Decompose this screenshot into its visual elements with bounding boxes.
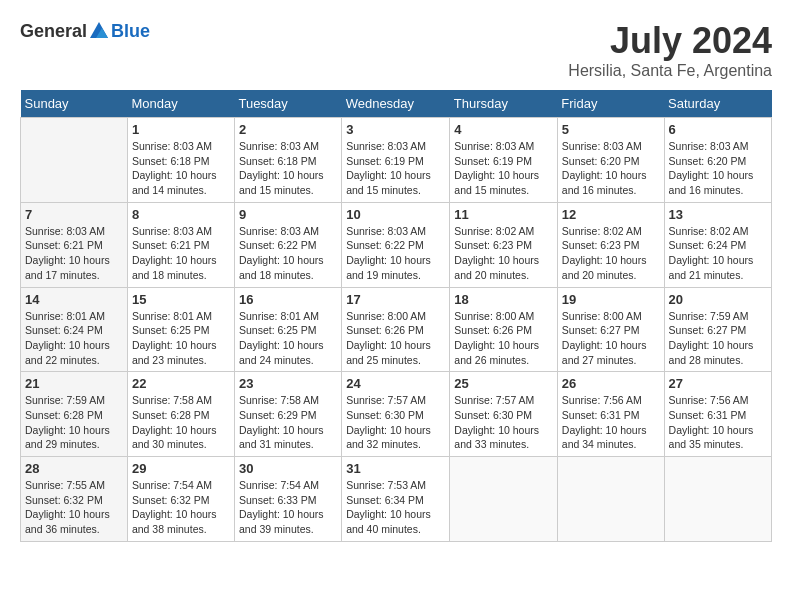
table-row: 25Sunrise: 7:57 AM Sunset: 6:30 PM Dayli…	[450, 372, 557, 457]
table-row: 19Sunrise: 8:00 AM Sunset: 6:27 PM Dayli…	[557, 287, 664, 372]
day-info: Sunrise: 7:53 AM Sunset: 6:34 PM Dayligh…	[346, 478, 445, 537]
table-row: 28Sunrise: 7:55 AM Sunset: 6:32 PM Dayli…	[21, 457, 128, 542]
day-info: Sunrise: 8:02 AM Sunset: 6:24 PM Dayligh…	[669, 224, 767, 283]
table-row: 6Sunrise: 8:03 AM Sunset: 6:20 PM Daylig…	[664, 118, 771, 203]
day-info: Sunrise: 8:03 AM Sunset: 6:21 PM Dayligh…	[25, 224, 123, 283]
day-number: 15	[132, 292, 230, 307]
day-number: 1	[132, 122, 230, 137]
table-row: 16Sunrise: 8:01 AM Sunset: 6:25 PM Dayli…	[234, 287, 341, 372]
table-row: 9Sunrise: 8:03 AM Sunset: 6:22 PM Daylig…	[234, 202, 341, 287]
day-info: Sunrise: 8:00 AM Sunset: 6:27 PM Dayligh…	[562, 309, 660, 368]
table-row: 18Sunrise: 8:00 AM Sunset: 6:26 PM Dayli…	[450, 287, 557, 372]
calendar-week-row: 28Sunrise: 7:55 AM Sunset: 6:32 PM Dayli…	[21, 457, 772, 542]
calendar-table: Sunday Monday Tuesday Wednesday Thursday…	[20, 90, 772, 542]
page-header: General Blue July 2024 Hersilia, Santa F…	[20, 20, 772, 80]
table-row: 24Sunrise: 7:57 AM Sunset: 6:30 PM Dayli…	[342, 372, 450, 457]
day-info: Sunrise: 7:59 AM Sunset: 6:27 PM Dayligh…	[669, 309, 767, 368]
day-info: Sunrise: 8:01 AM Sunset: 6:25 PM Dayligh…	[239, 309, 337, 368]
day-info: Sunrise: 8:02 AM Sunset: 6:23 PM Dayligh…	[562, 224, 660, 283]
day-number: 12	[562, 207, 660, 222]
day-number: 13	[669, 207, 767, 222]
day-number: 30	[239, 461, 337, 476]
day-info: Sunrise: 7:58 AM Sunset: 6:29 PM Dayligh…	[239, 393, 337, 452]
day-number: 5	[562, 122, 660, 137]
day-number: 3	[346, 122, 445, 137]
day-info: Sunrise: 7:57 AM Sunset: 6:30 PM Dayligh…	[454, 393, 552, 452]
day-info: Sunrise: 7:55 AM Sunset: 6:32 PM Dayligh…	[25, 478, 123, 537]
table-row: 17Sunrise: 8:00 AM Sunset: 6:26 PM Dayli…	[342, 287, 450, 372]
table-row: 12Sunrise: 8:02 AM Sunset: 6:23 PM Dayli…	[557, 202, 664, 287]
calendar-week-row: 21Sunrise: 7:59 AM Sunset: 6:28 PM Dayli…	[21, 372, 772, 457]
table-row: 15Sunrise: 8:01 AM Sunset: 6:25 PM Dayli…	[127, 287, 234, 372]
day-info: Sunrise: 8:03 AM Sunset: 6:18 PM Dayligh…	[132, 139, 230, 198]
day-number: 14	[25, 292, 123, 307]
day-info: Sunrise: 8:02 AM Sunset: 6:23 PM Dayligh…	[454, 224, 552, 283]
day-number: 27	[669, 376, 767, 391]
day-number: 11	[454, 207, 552, 222]
table-row: 4Sunrise: 8:03 AM Sunset: 6:19 PM Daylig…	[450, 118, 557, 203]
day-number: 10	[346, 207, 445, 222]
day-number: 2	[239, 122, 337, 137]
col-monday: Monday	[127, 90, 234, 118]
day-info: Sunrise: 8:03 AM Sunset: 6:22 PM Dayligh…	[239, 224, 337, 283]
day-number: 29	[132, 461, 230, 476]
month-title: July 2024	[568, 20, 772, 62]
day-info: Sunrise: 8:00 AM Sunset: 6:26 PM Dayligh…	[346, 309, 445, 368]
calendar-week-row: 1Sunrise: 8:03 AM Sunset: 6:18 PM Daylig…	[21, 118, 772, 203]
day-info: Sunrise: 7:56 AM Sunset: 6:31 PM Dayligh…	[669, 393, 767, 452]
day-number: 4	[454, 122, 552, 137]
day-info: Sunrise: 8:03 AM Sunset: 6:18 PM Dayligh…	[239, 139, 337, 198]
day-info: Sunrise: 8:03 AM Sunset: 6:19 PM Dayligh…	[346, 139, 445, 198]
day-info: Sunrise: 7:59 AM Sunset: 6:28 PM Dayligh…	[25, 393, 123, 452]
day-info: Sunrise: 8:00 AM Sunset: 6:26 PM Dayligh…	[454, 309, 552, 368]
day-number: 16	[239, 292, 337, 307]
logo-text-blue: Blue	[111, 21, 150, 41]
day-number: 26	[562, 376, 660, 391]
day-info: Sunrise: 8:03 AM Sunset: 6:20 PM Dayligh…	[562, 139, 660, 198]
day-number: 23	[239, 376, 337, 391]
table-row: 23Sunrise: 7:58 AM Sunset: 6:29 PM Dayli…	[234, 372, 341, 457]
day-number: 20	[669, 292, 767, 307]
col-saturday: Saturday	[664, 90, 771, 118]
day-info: Sunrise: 8:03 AM Sunset: 6:21 PM Dayligh…	[132, 224, 230, 283]
day-info: Sunrise: 7:56 AM Sunset: 6:31 PM Dayligh…	[562, 393, 660, 452]
day-info: Sunrise: 8:03 AM Sunset: 6:22 PM Dayligh…	[346, 224, 445, 283]
day-number: 21	[25, 376, 123, 391]
calendar-header-row: Sunday Monday Tuesday Wednesday Thursday…	[21, 90, 772, 118]
table-row	[664, 457, 771, 542]
day-info: Sunrise: 8:01 AM Sunset: 6:25 PM Dayligh…	[132, 309, 230, 368]
day-number: 22	[132, 376, 230, 391]
table-row: 14Sunrise: 8:01 AM Sunset: 6:24 PM Dayli…	[21, 287, 128, 372]
logo-text-general: General	[20, 21, 87, 42]
day-info: Sunrise: 7:54 AM Sunset: 6:32 PM Dayligh…	[132, 478, 230, 537]
table-row: 26Sunrise: 7:56 AM Sunset: 6:31 PM Dayli…	[557, 372, 664, 457]
logo: General Blue	[20, 20, 150, 42]
table-row: 22Sunrise: 7:58 AM Sunset: 6:28 PM Dayli…	[127, 372, 234, 457]
table-row: 2Sunrise: 8:03 AM Sunset: 6:18 PM Daylig…	[234, 118, 341, 203]
day-info: Sunrise: 8:03 AM Sunset: 6:20 PM Dayligh…	[669, 139, 767, 198]
day-number: 28	[25, 461, 123, 476]
day-info: Sunrise: 7:57 AM Sunset: 6:30 PM Dayligh…	[346, 393, 445, 452]
table-row: 31Sunrise: 7:53 AM Sunset: 6:34 PM Dayli…	[342, 457, 450, 542]
day-number: 9	[239, 207, 337, 222]
calendar-week-row: 7Sunrise: 8:03 AM Sunset: 6:21 PM Daylig…	[21, 202, 772, 287]
calendar-week-row: 14Sunrise: 8:01 AM Sunset: 6:24 PM Dayli…	[21, 287, 772, 372]
day-number: 18	[454, 292, 552, 307]
table-row: 27Sunrise: 7:56 AM Sunset: 6:31 PM Dayli…	[664, 372, 771, 457]
day-number: 7	[25, 207, 123, 222]
day-number: 17	[346, 292, 445, 307]
col-friday: Friday	[557, 90, 664, 118]
day-number: 25	[454, 376, 552, 391]
day-number: 19	[562, 292, 660, 307]
table-row	[557, 457, 664, 542]
table-row: 21Sunrise: 7:59 AM Sunset: 6:28 PM Dayli…	[21, 372, 128, 457]
table-row: 7Sunrise: 8:03 AM Sunset: 6:21 PM Daylig…	[21, 202, 128, 287]
day-info: Sunrise: 7:54 AM Sunset: 6:33 PM Dayligh…	[239, 478, 337, 537]
day-number: 31	[346, 461, 445, 476]
title-area: July 2024 Hersilia, Santa Fe, Argentina	[568, 20, 772, 80]
table-row: 1Sunrise: 8:03 AM Sunset: 6:18 PM Daylig…	[127, 118, 234, 203]
table-row: 20Sunrise: 7:59 AM Sunset: 6:27 PM Dayli…	[664, 287, 771, 372]
col-thursday: Thursday	[450, 90, 557, 118]
table-row: 8Sunrise: 8:03 AM Sunset: 6:21 PM Daylig…	[127, 202, 234, 287]
table-row	[21, 118, 128, 203]
